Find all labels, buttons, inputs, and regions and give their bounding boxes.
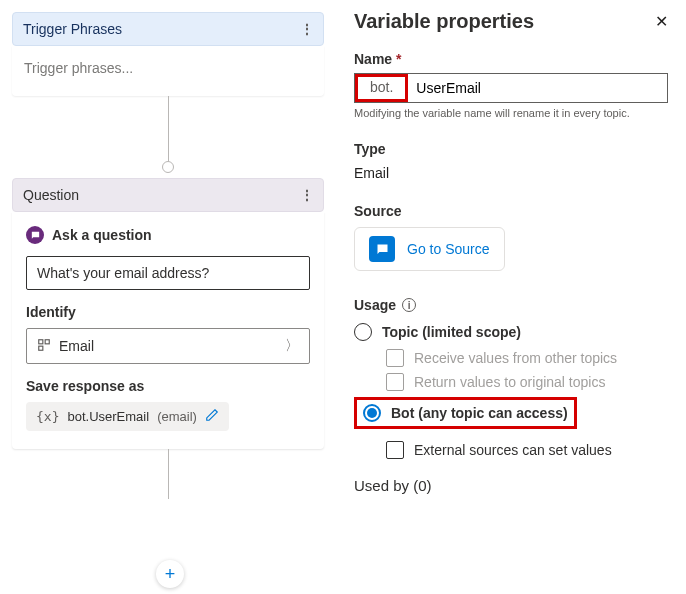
name-input[interactable] [408, 74, 667, 102]
usage-bot-radio[interactable]: Bot (any topic can access) [363, 404, 568, 422]
chevron-right-icon: 〉 [285, 337, 299, 355]
response-variable-chip[interactable]: {x} bot.UserEmail (email) [26, 402, 229, 431]
entity-icon [37, 338, 51, 355]
connector-line [168, 449, 169, 499]
connector-endpoint [162, 161, 174, 173]
svg-rect-1 [45, 339, 49, 343]
usage-external-check[interactable]: External sources can set values [386, 441, 668, 459]
trigger-node-header[interactable]: Trigger Phrases ⋮ [12, 12, 324, 46]
question-prompt-text: What's your email address? [37, 265, 209, 281]
question-body: Ask a question What's your email address… [12, 212, 324, 449]
usage-label-row: Usage i [354, 297, 668, 313]
question-header-label: Question [23, 187, 79, 203]
go-to-source-button[interactable]: Go to Source [354, 227, 505, 271]
message-icon [369, 236, 395, 262]
type-label: Type [354, 141, 668, 157]
usage-topic-radio[interactable]: Topic (limited scope) [354, 323, 668, 341]
radio-selected-icon [363, 404, 381, 422]
usage-topic-label: Topic (limited scope) [382, 324, 521, 340]
save-response-label: Save response as [26, 378, 310, 394]
question-node[interactable]: Question ⋮ Ask a question What's your em… [12, 178, 324, 449]
source-link-text: Go to Source [407, 241, 490, 257]
usage-bot-label: Bot (any topic can access) [391, 405, 568, 421]
chat-icon [26, 226, 44, 244]
response-variable-type: (email) [157, 409, 197, 424]
close-icon[interactable]: ✕ [655, 12, 668, 31]
usage-bot-highlight: Bot (any topic can access) [354, 397, 577, 429]
usage-external-label: External sources can set values [414, 442, 612, 458]
identify-label: Identify [26, 304, 310, 320]
trigger-body[interactable]: Trigger phrases... [12, 46, 324, 96]
trigger-node[interactable]: Trigger Phrases ⋮ Trigger phrases... [12, 12, 324, 96]
checkbox-icon [386, 373, 404, 391]
required-asterisk: * [396, 51, 401, 67]
response-variable-name: bot.UserEmail [67, 409, 149, 424]
usage-label: Usage [354, 297, 396, 313]
radio-icon [354, 323, 372, 341]
used-by-label: Used by (0) [354, 477, 668, 494]
panel-header: Variable properties ✕ [354, 10, 668, 33]
svg-rect-0 [39, 339, 43, 343]
type-value: Email [354, 165, 668, 181]
authoring-canvas: Trigger Phrases ⋮ Trigger phrases... Que… [0, 0, 340, 594]
name-prefix-highlight: bot. [355, 74, 408, 102]
name-hint: Modifying the variable name will rename … [354, 107, 668, 119]
name-label: Name * [354, 51, 668, 67]
question-prompt-input[interactable]: What's your email address? [26, 256, 310, 290]
svg-rect-2 [39, 346, 43, 350]
checkbox-icon [386, 349, 404, 367]
panel-title: Variable properties [354, 10, 534, 33]
question-title-row: Ask a question [26, 226, 310, 244]
info-icon[interactable]: i [402, 298, 416, 312]
usage-receive-label: Receive values from other topics [414, 350, 617, 366]
connector-line [168, 96, 169, 166]
add-node-button[interactable]: + [156, 560, 184, 588]
edit-icon[interactable] [205, 408, 219, 425]
usage-receive-check: Receive values from other topics [386, 349, 668, 367]
variable-icon: {x} [36, 409, 59, 424]
question-title: Ask a question [52, 227, 152, 243]
usage-return-check: Return values to original topics [386, 373, 668, 391]
trigger-header-label: Trigger Phrases [23, 21, 122, 37]
question-node-header[interactable]: Question ⋮ [12, 178, 324, 212]
identify-select[interactable]: Email 〉 [26, 328, 310, 364]
checkbox-icon [386, 441, 404, 459]
more-icon[interactable]: ⋮ [300, 187, 313, 203]
name-input-row[interactable]: bot. [354, 73, 668, 103]
name-prefix: bot. [360, 73, 403, 101]
usage-return-label: Return values to original topics [414, 374, 605, 390]
more-icon[interactable]: ⋮ [300, 21, 313, 37]
source-label: Source [354, 203, 668, 219]
name-label-text: Name [354, 51, 392, 67]
identify-value: Email [59, 338, 94, 354]
properties-panel: Variable properties ✕ Name * bot. Modify… [340, 0, 686, 594]
